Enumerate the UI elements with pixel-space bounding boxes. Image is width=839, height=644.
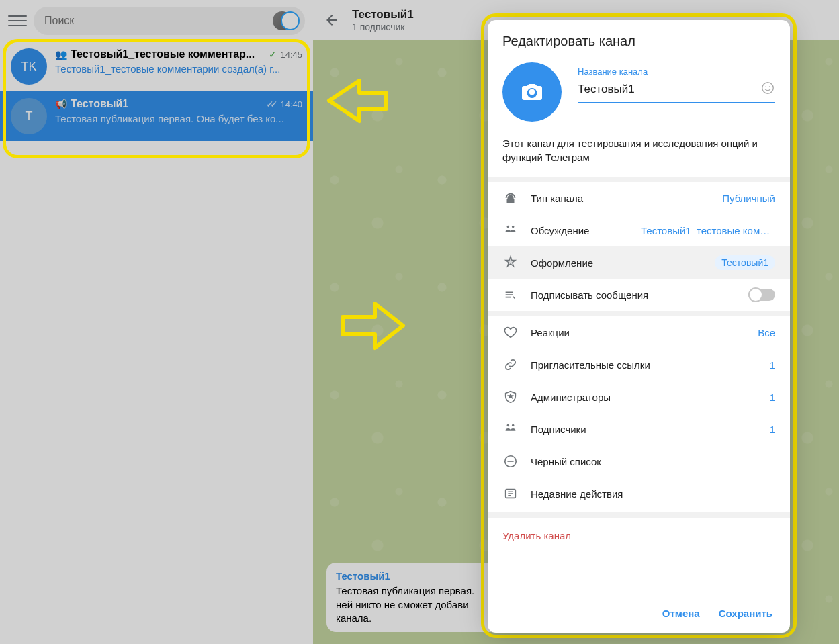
chat-header-name: Тестовый1 bbox=[352, 8, 414, 21]
message-sender: Тестовый1 bbox=[336, 569, 492, 583]
message-bubble[interactable]: Тестовый1 Тестовая публикация первая. не… bbox=[326, 563, 501, 632]
megaphone-icon: 📢 bbox=[55, 99, 67, 109]
channel-name-input[interactable] bbox=[578, 83, 760, 96]
subscribers-row[interactable]: Подписчики 1 bbox=[488, 413, 790, 445]
save-button[interactable]: Сохранить bbox=[719, 608, 772, 619]
setting-value: 1 bbox=[770, 424, 775, 435]
read-tick-icon bbox=[269, 49, 278, 60]
modal-footer: Отмена Сохранить bbox=[488, 594, 790, 633]
svg-point-1 bbox=[765, 86, 766, 87]
blacklist-row[interactable]: Чёрный список bbox=[488, 445, 790, 477]
discussion-row[interactable]: Обсуждение Тестовый1_тестовые коммент... bbox=[488, 214, 790, 246]
admins-row[interactable]: Администраторы 1 bbox=[488, 381, 790, 413]
lock-icon bbox=[502, 190, 519, 206]
appearance-icon bbox=[502, 255, 519, 271]
setting-label: Реакции bbox=[531, 327, 746, 338]
read-tick-icon bbox=[266, 99, 278, 109]
channel-description[interactable]: Этот канал для тестирования и исследован… bbox=[488, 126, 790, 177]
setting-value: Публичный bbox=[722, 193, 775, 204]
sidebar-top bbox=[0, 0, 313, 42]
setting-label: Оформление bbox=[531, 257, 703, 269]
chat-time: 14:45 bbox=[269, 49, 302, 60]
appearance-row[interactable]: Оформление Тестовый1 bbox=[488, 246, 790, 279]
setting-label: Пригласительные ссылки bbox=[531, 359, 758, 371]
delete-channel-button[interactable]: Удалить канал bbox=[488, 512, 790, 553]
menu-button[interactable] bbox=[8, 11, 27, 30]
svg-point-2 bbox=[769, 86, 770, 87]
search-field[interactable] bbox=[34, 7, 305, 35]
search-input[interactable] bbox=[44, 15, 294, 27]
sign-messages-row[interactable]: Подписывать сообщения bbox=[488, 279, 790, 311]
chat-time: 14:40 bbox=[266, 99, 302, 109]
link-icon bbox=[502, 357, 519, 373]
sign-messages-toggle[interactable] bbox=[748, 289, 775, 301]
camera-icon bbox=[520, 80, 544, 104]
account-avatars[interactable] bbox=[273, 10, 301, 32]
message-body: Тестовая публикация первая. ней никто не… bbox=[336, 584, 492, 625]
users-icon bbox=[502, 421, 519, 437]
chat-item[interactable]: TK 👥 Тестовый1_тестовые комментар... 14:… bbox=[0, 42, 313, 91]
cancel-button[interactable]: Отмена bbox=[662, 608, 700, 619]
chat-title: Тестовый1_тестовые комментар... bbox=[71, 48, 265, 60]
chat-avatar: T bbox=[11, 98, 47, 134]
reactions-row[interactable]: Реакции Все bbox=[488, 316, 790, 349]
minus-circle-icon bbox=[502, 453, 519, 469]
channel-type-row[interactable]: Тип канала Публичный bbox=[488, 182, 790, 214]
chat-avatar: TK bbox=[11, 48, 47, 85]
group-icon: 👥 bbox=[55, 49, 67, 60]
setting-label: Подписывать сообщения bbox=[531, 289, 736, 301]
sidebar: TK 👥 Тестовый1_тестовые комментар... 14:… bbox=[0, 0, 313, 644]
sign-icon bbox=[502, 287, 519, 303]
setting-value: Все bbox=[758, 327, 775, 338]
edit-channel-modal: Редактировать канал Название канала Этот… bbox=[488, 20, 790, 633]
name-label: Название канала bbox=[578, 66, 775, 77]
heart-icon bbox=[502, 324, 519, 340]
shield-icon bbox=[502, 389, 519, 405]
chat-item-selected[interactable]: T 📢 Тестовый1 14:40 Тестовая публикация … bbox=[0, 91, 313, 141]
setting-label: Чёрный список bbox=[531, 456, 775, 467]
chat-title: Тестовый1 bbox=[71, 98, 262, 110]
setting-label: Подписчики bbox=[531, 424, 758, 435]
chat-header-title[interactable]: Тестовый1 1 подписчик bbox=[352, 8, 414, 32]
discussion-icon bbox=[502, 222, 519, 238]
invite-links-row[interactable]: Пригласительные ссылки 1 bbox=[488, 349, 790, 381]
setting-label: Администраторы bbox=[531, 392, 758, 403]
chat-header-subtitle: 1 подписчик bbox=[352, 21, 414, 32]
chat-preview: Тестовый1_тестовые комментарии создал(а)… bbox=[55, 63, 302, 75]
setting-label: Тип канала bbox=[531, 193, 710, 204]
emoji-icon[interactable] bbox=[760, 81, 775, 98]
setting-label: Недавние действия bbox=[531, 488, 775, 500]
setting-value: 1 bbox=[770, 392, 775, 403]
recent-actions-row[interactable]: Недавние действия bbox=[488, 477, 790, 510]
list-icon bbox=[502, 486, 519, 502]
chat-list: TK 👥 Тестовый1_тестовые комментар... 14:… bbox=[0, 42, 313, 141]
set-photo-button[interactable] bbox=[502, 62, 562, 122]
setting-value-badge: Тестовый1 bbox=[715, 255, 775, 270]
chat-preview: Тестовая публикация первая. Она будет бе… bbox=[55, 113, 302, 124]
setting-label: Обсуждение bbox=[531, 225, 629, 236]
svg-point-0 bbox=[762, 83, 774, 94]
setting-value: 1 bbox=[770, 359, 775, 371]
back-arrow-icon[interactable] bbox=[324, 12, 340, 28]
setting-value: Тестовый1_тестовые коммент... bbox=[641, 225, 775, 236]
modal-title: Редактировать канал bbox=[488, 20, 790, 58]
